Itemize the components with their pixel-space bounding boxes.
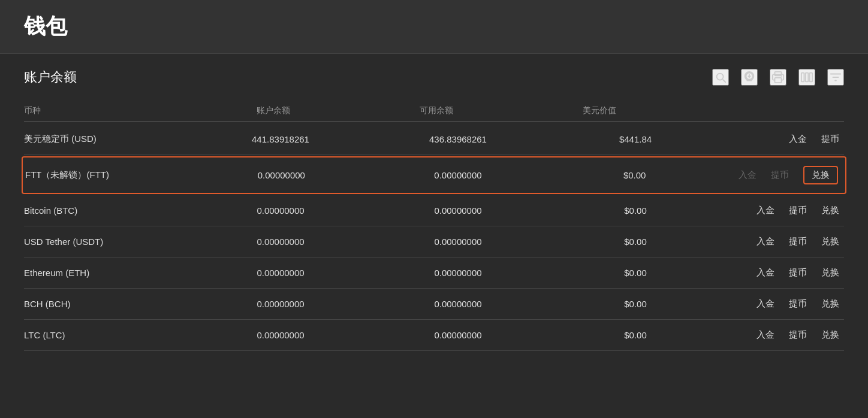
cell-actions: 入金提币兑换	[724, 329, 844, 341]
svg-rect-5	[810, 73, 813, 82]
cell-available: 0.00000000	[369, 237, 547, 247]
header-usd-value: 美元价值	[518, 105, 681, 116]
cell-balance: 0.00000000	[193, 170, 370, 180]
cell-currency: 美元稳定币 (USD)	[24, 134, 192, 145]
table-row: Bitcoin (BTC)0.000000000.00000000$0.00入金…	[24, 195, 844, 226]
table-row: FTT（未解锁）(FTT)0.000000000.00000000$0.00入金…	[22, 156, 846, 194]
page-header: 钱包	[0, 0, 868, 54]
table-body: 美元稳定币 (USD)441.83918261436.83968261$441.…	[24, 124, 844, 351]
columns-button[interactable]	[798, 69, 815, 86]
exchange-button[interactable]: 兑换	[821, 329, 839, 341]
withdraw-button[interactable]: 提币	[789, 205, 807, 216]
exchange-button[interactable]: 兑换	[821, 267, 839, 278]
svg-point-2	[781, 76, 782, 77]
deposit-button[interactable]: 入金	[757, 298, 774, 310]
print-icon	[771, 71, 785, 84]
cell-usd-value: $0.00	[547, 330, 724, 340]
cell-available: 0.00000000	[369, 330, 547, 340]
cell-actions: 入金提币兑换	[724, 267, 844, 278]
table-row: LTC (LTC)0.000000000.00000000$0.00入金提币兑换	[24, 320, 844, 351]
cell-actions: 入金提币兑换	[723, 166, 843, 184]
section-header: 账户余额	[24, 68, 844, 86]
cell-usd-value: $441.84	[547, 134, 724, 144]
search-button[interactable]	[712, 69, 729, 86]
cell-available: 436.83968261	[369, 134, 547, 144]
download-button[interactable]	[741, 69, 758, 86]
cell-currency: Bitcoin (BTC)	[24, 205, 192, 216]
cell-currency: LTC (LTC)	[24, 330, 192, 340]
filter-button[interactable]	[827, 69, 844, 86]
cell-currency: Ethereum (ETH)	[24, 268, 192, 278]
deposit-button[interactable]: 入金	[757, 205, 774, 216]
withdraw-button: 提币	[771, 169, 789, 181]
withdraw-button[interactable]: 提币	[789, 267, 807, 278]
cell-usd-value: $0.00	[547, 268, 724, 278]
cell-usd-value: $0.00	[546, 170, 723, 180]
page-title: 钱包	[24, 12, 844, 41]
cell-actions: 入金提币	[724, 134, 844, 145]
table-row: 美元稳定币 (USD)441.83918261436.83968261$441.…	[24, 124, 844, 155]
print-button[interactable]	[770, 69, 786, 86]
withdraw-button[interactable]: 提币	[789, 236, 807, 247]
cell-actions: 入金提币兑换	[724, 205, 844, 216]
table-row: BCH (BCH)0.000000000.00000000$0.00入金提币兑换	[24, 289, 844, 320]
table-row: USD Tether (USDT)0.000000000.00000000$0.…	[24, 226, 844, 258]
cell-available: 0.00000000	[369, 299, 547, 309]
deposit-button[interactable]: 入金	[789, 134, 807, 145]
cell-usd-value: $0.00	[547, 299, 724, 309]
table-row: Ethereum (ETH)0.000000000.00000000$0.00入…	[24, 258, 844, 289]
exchange-button[interactable]: 兑换	[821, 205, 839, 216]
header-balance: 账户余额	[192, 105, 355, 116]
cell-currency: USD Tether (USDT)	[24, 237, 192, 247]
cell-balance: 441.83918261	[192, 134, 369, 144]
cell-available: 0.00000000	[369, 205, 547, 216]
cell-actions: 入金提币兑换	[724, 298, 844, 310]
svg-rect-4	[806, 73, 809, 82]
withdraw-button[interactable]: 提币	[821, 134, 839, 145]
table-header: 币种 账户余额 可用余额 美元价值	[24, 101, 844, 122]
header-currency: 币种	[24, 105, 192, 116]
cell-balance: 0.00000000	[192, 237, 369, 247]
columns-icon	[800, 71, 813, 84]
exchange-button[interactable]: 兑换	[821, 236, 839, 247]
cell-available: 0.00000000	[370, 170, 547, 180]
deposit-button[interactable]: 入金	[757, 236, 774, 247]
cell-actions: 入金提币兑换	[724, 236, 844, 247]
balance-table: 币种 账户余额 可用余额 美元价值 美元稳定币 (USD)441.8391826…	[24, 101, 844, 351]
header-available: 可用余额	[355, 105, 518, 116]
cell-balance: 0.00000000	[192, 205, 369, 216]
main-content: 账户余额	[0, 54, 868, 365]
cell-balance: 0.00000000	[192, 330, 369, 340]
deposit-button: 入金	[739, 169, 757, 181]
withdraw-button[interactable]: 提币	[789, 298, 807, 310]
withdraw-button[interactable]: 提币	[789, 329, 807, 341]
cell-available: 0.00000000	[369, 268, 547, 278]
cell-balance: 0.00000000	[192, 268, 369, 278]
cell-currency: BCH (BCH)	[24, 299, 192, 309]
cell-currency: FTT（未解锁）(FTT)	[25, 169, 193, 181]
cell-usd-value: $0.00	[547, 205, 724, 216]
filter-icon	[829, 71, 842, 84]
section-title: 账户余额	[24, 68, 77, 86]
exchange-button[interactable]: 兑换	[821, 298, 839, 310]
cell-balance: 0.00000000	[192, 299, 369, 309]
exchange-button[interactable]: 兑换	[803, 166, 838, 184]
cell-usd-value: $0.00	[547, 237, 724, 247]
deposit-button[interactable]: 入金	[757, 267, 774, 278]
svg-rect-3	[801, 73, 804, 82]
search-icon	[714, 71, 727, 84]
svg-rect-1	[775, 78, 782, 83]
deposit-button[interactable]: 入金	[757, 329, 774, 341]
toolbar-icons	[712, 69, 844, 86]
header-actions	[681, 105, 844, 116]
download-icon	[743, 71, 756, 84]
